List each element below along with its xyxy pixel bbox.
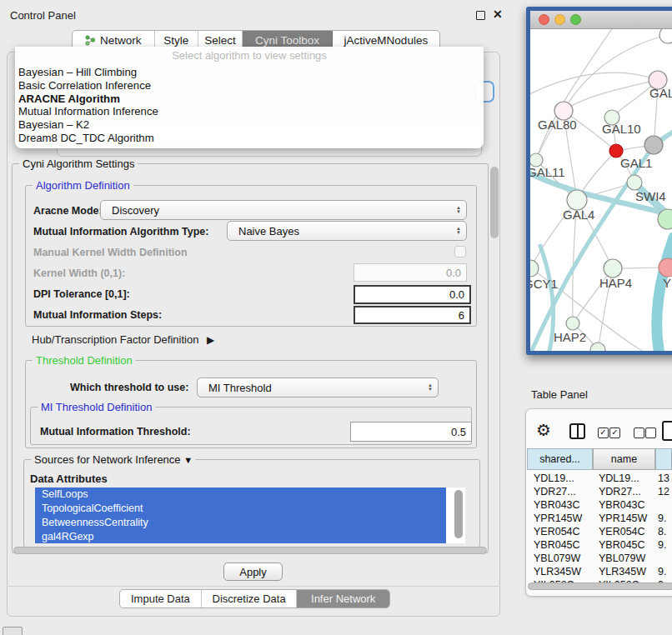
network-canvas[interactable]: GAL GAL80 GAL10 GAL11 GAL1 SWI4 GAL4 GCY… bbox=[530, 29, 672, 351]
aracne-mode-label: Aracne Mode: bbox=[33, 205, 103, 217]
tab-cyni-toolbox-label: Cyni Toolbox bbox=[255, 34, 319, 47]
attribute-item-selected[interactable]: TopologicalCoefficient bbox=[35, 502, 446, 516]
mi-threshold-input[interactable]: 0.5 bbox=[350, 422, 472, 442]
table-row[interactable]: YER054C YER054C 8. bbox=[527, 525, 672, 538]
settings-horizontal-scrollbar[interactable] bbox=[13, 547, 487, 554]
table-panel-title: Table Panel bbox=[531, 388, 588, 401]
aracne-mode-select[interactable]: Discovery ▲▼ bbox=[100, 200, 467, 220]
cell-shared-name: YBL079W bbox=[527, 552, 593, 564]
menu-item[interactable]: Bayesian – Hill Climbing bbox=[18, 66, 480, 79]
menu-item-selected[interactable]: ARACNE Algorithm bbox=[18, 92, 480, 105]
cell-value: 9. bbox=[655, 539, 672, 551]
column-header-clipped[interactable] bbox=[655, 448, 672, 470]
float-panel-icon[interactable] bbox=[476, 11, 485, 20]
checked-checkbox-icon[interactable]: ✓ bbox=[598, 428, 609, 438]
attribute-item-selected[interactable]: gal4RGexp bbox=[35, 529, 446, 543]
cell-shared-name: YDL19... bbox=[527, 472, 593, 484]
gear-icon[interactable]: ⚙ bbox=[536, 420, 551, 440]
tab-discretize-data-label: Discretize Data bbox=[213, 592, 286, 605]
cell-name: YLR345W bbox=[593, 566, 655, 578]
data-attributes-list: SelfLoops TopologicalCoefficient Between… bbox=[35, 488, 465, 543]
split-columns-icon[interactable] bbox=[569, 423, 585, 439]
unchecked-checkbox-icon[interactable] bbox=[634, 428, 644, 438]
kernel-width-input[interactable]: 0.0 bbox=[354, 263, 467, 282]
table-row[interactable]: YBR043C YBR043C bbox=[527, 498, 672, 512]
cell-value: 8. bbox=[655, 526, 672, 538]
settings-vertical-scrollbar[interactable] bbox=[490, 167, 499, 238]
menu-item[interactable]: Bayesian – K2 bbox=[18, 118, 480, 132]
hub-definition-label: Hub/Transcription Factor Definition bbox=[32, 333, 198, 346]
column-header-shared-name[interactable]: shared... bbox=[527, 448, 593, 470]
tab-style-label: Style bbox=[163, 34, 188, 47]
node[interactable] bbox=[566, 317, 579, 330]
expanded-arrow-icon[interactable]: ▼ bbox=[183, 455, 193, 465]
cell-name: YBR045C bbox=[593, 539, 655, 551]
menu-item[interactable]: Basic Correlation Inference bbox=[18, 79, 480, 92]
cell-shared-name: YPR145W bbox=[527, 512, 593, 524]
tab-discretize-data[interactable]: Discretize Data bbox=[202, 590, 298, 608]
node-label: GCY1 bbox=[530, 277, 558, 291]
attribute-item-selected[interactable]: SelfLoops bbox=[35, 488, 446, 502]
cell-name: YDL19... bbox=[593, 472, 655, 484]
tab-infer-network[interactable]: Infer Network bbox=[297, 590, 389, 608]
tab-impute-data[interactable]: Impute Data bbox=[120, 590, 202, 608]
checked-checkbox-icon[interactable]: ✓ bbox=[609, 428, 620, 438]
close-window-icon[interactable] bbox=[539, 14, 549, 25]
dpi-tolerance-label: DPI Tolerance [0,1]: bbox=[33, 288, 130, 300]
kernel-width-label: Kernel Width (0,1): bbox=[33, 268, 125, 279]
attributes-list-scrollbar[interactable] bbox=[454, 490, 463, 538]
node[interactable] bbox=[659, 29, 672, 43]
unchecked-checkbox-icon[interactable] bbox=[645, 428, 656, 438]
node-label: GAL10 bbox=[602, 122, 641, 136]
attribute-item-selected[interactable]: BetweennessCentrality bbox=[35, 516, 446, 530]
node[interactable] bbox=[530, 260, 539, 277]
cell-shared-name: YBR045C bbox=[527, 539, 593, 551]
node-gray[interactable] bbox=[644, 136, 663, 154]
minimized-panel-icon[interactable] bbox=[3, 627, 23, 635]
hub-definition-toggle[interactable]: Hub/Transcription Factor Definition ▶ bbox=[32, 333, 214, 346]
table-row[interactable]: YBL079W YBL079W bbox=[527, 552, 672, 565]
node-salmon[interactable] bbox=[659, 258, 672, 277]
dropdown-item-list: Bayesian – Hill Climbing Basic Correlati… bbox=[18, 66, 480, 144]
which-threshold-label: Which threshold to use: bbox=[70, 382, 188, 393]
table-horizontal-scrollbar[interactable] bbox=[528, 582, 672, 590]
network-nodes-icon bbox=[85, 35, 96, 46]
mi-threshold-group-title: MI Threshold Definition bbox=[38, 401, 155, 413]
node-label: SWI4 bbox=[635, 189, 666, 203]
data-attributes-label: Data Attributes bbox=[30, 472, 108, 485]
table-row[interactable]: YDR27... YDR27... 12 bbox=[527, 485, 672, 498]
table-header-row: shared... name bbox=[527, 448, 672, 470]
mi-steps-input[interactable]: 6 bbox=[354, 306, 471, 324]
cell-value: 12 bbox=[655, 486, 672, 498]
cell-shared-name: YDR27... bbox=[527, 486, 593, 498]
manual-kernel-checkbox[interactable] bbox=[454, 246, 466, 258]
node-label: GAL80 bbox=[538, 118, 577, 132]
node[interactable] bbox=[627, 175, 642, 190]
stepper-arrows-icon: ▲▼ bbox=[451, 206, 466, 214]
menu-item[interactable]: Mutual Information Inference bbox=[18, 105, 480, 118]
column-header-name[interactable]: name bbox=[593, 448, 655, 470]
which-threshold-select[interactable]: MI Threshold ▲▼ bbox=[197, 378, 439, 398]
cell-value: 9. bbox=[655, 566, 672, 578]
minimize-window-icon[interactable] bbox=[554, 14, 565, 25]
new-window-icon[interactable] bbox=[662, 421, 672, 441]
table-row[interactable]: YBR045C YBR045C 9. bbox=[527, 538, 672, 552]
mi-type-select[interactable]: Naive Bayes ▲▼ bbox=[227, 221, 467, 241]
dpi-tolerance-input[interactable]: 0.0 bbox=[354, 285, 471, 304]
mi-steps-label: Mutual Information Steps: bbox=[33, 309, 162, 321]
cell-name: YER054C bbox=[593, 526, 655, 538]
close-icon[interactable]: ✕ bbox=[493, 8, 503, 21]
aracne-mode-value: Discovery bbox=[101, 204, 451, 217]
menu-item[interactable]: Dream8 DC_TDC Algorithm bbox=[18, 131, 480, 144]
table-row[interactable]: YDL19... YDL19... 13 bbox=[527, 472, 672, 485]
apply-button[interactable]: Apply bbox=[223, 562, 283, 581]
zoom-window-icon[interactable] bbox=[570, 14, 581, 25]
tab-select-label: Select bbox=[204, 34, 236, 47]
node[interactable] bbox=[604, 259, 622, 278]
table-row[interactable]: YLR345W YLR345W 9. bbox=[527, 565, 672, 578]
table-row[interactable]: YPR145W YPR145W 9. bbox=[527, 512, 672, 525]
node-label: GAL4 bbox=[563, 208, 594, 222]
network-view-window[interactable]: GAL GAL80 GAL10 GAL11 GAL1 SWI4 GAL4 GCY… bbox=[526, 7, 672, 355]
node-label: HAP2 bbox=[554, 330, 586, 344]
network-window-titlebar[interactable] bbox=[530, 11, 672, 29]
